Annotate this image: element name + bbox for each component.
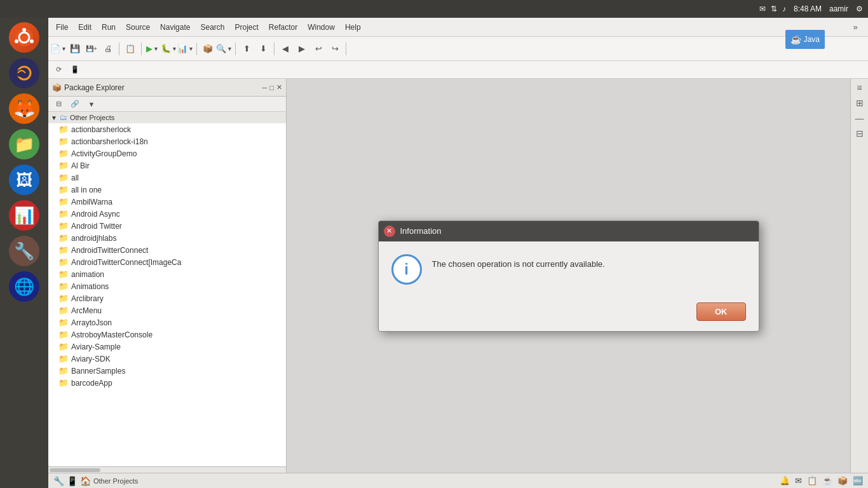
menu-search[interactable]: Search: [195, 20, 229, 34]
dock-icon-presentation[interactable]: 📊: [7, 198, 41, 233]
eclipse-window: File Edit Run Source Navigate Search Pro…: [48, 18, 868, 488]
close-panel-button[interactable]: ✕: [276, 83, 282, 92]
maximize-panel-button[interactable]: □: [269, 84, 274, 92]
next-annotation-button[interactable]: ⬇: [255, 41, 271, 57]
tree-item-label: actionbarsherlock-i18n: [71, 137, 148, 146]
coverage-button[interactable]: 📊▼: [178, 41, 193, 57]
prev-annotation-button[interactable]: ⬆: [239, 41, 254, 57]
tree-item-androidtwitterconnect[interactable]: 📁 AndroidTwitterConnect: [48, 244, 286, 256]
tree-item-actionbarsherlock-i18n[interactable]: 📁 actionbarsherlock-i18n: [48, 135, 286, 147]
dock-icon-ubuntu[interactable]: [7, 20, 41, 55]
new-java-project-button[interactable]: 📦: [200, 41, 215, 57]
properties-button[interactable]: 📋: [123, 41, 138, 57]
tree-item-label: all in one: [71, 186, 102, 194]
menu-window[interactable]: Window: [302, 20, 340, 34]
tree-item-activitygroupdemo[interactable]: 📁 ActivityGroupDemo: [48, 147, 286, 159]
perspective-badge[interactable]: ☕ Java: [785, 30, 825, 49]
tree-item-arcmenu[interactable]: 📁 ArcMenu: [48, 304, 286, 316]
save-button[interactable]: 💾: [67, 41, 83, 57]
tree-item-aviary-sample[interactable]: 📁 Aviary-Sample: [48, 341, 286, 353]
run-button[interactable]: ▶▼: [145, 41, 160, 57]
tree-item-animation[interactable]: 📁 animation: [48, 268, 286, 280]
package-explorer-content[interactable]: ▼ 🗂 Other Projects 📁 actionbarsherlock 📁…: [48, 112, 286, 466]
folder-icon: 📁: [58, 306, 69, 315]
tree-item-label: ArcMenu: [71, 306, 102, 315]
editor-area: ✕ Information i The chosen operation is …: [287, 79, 850, 473]
status-left: 🔧 📱 🏠 Other Projects: [53, 476, 775, 486]
sync-button[interactable]: ⟳: [51, 62, 66, 78]
right-panel-btn-1[interactable]: ≡: [855, 81, 863, 94]
folder-icon: 📁: [58, 281, 69, 291]
menu-source[interactable]: Source: [121, 20, 155, 34]
right-panel-btn-2[interactable]: ⊞: [855, 97, 865, 109]
dock-icon-files[interactable]: 📁: [7, 127, 41, 161]
device-button[interactable]: 📱: [67, 62, 83, 78]
dock-icon-network[interactable]: 🌐: [7, 269, 41, 304]
tree-item-aviary-sdk[interactable]: 📁 Aviary-SDK: [48, 353, 286, 365]
tree-item-androidjhlabs[interactable]: 📁 androidjhlabs: [48, 232, 286, 244]
new-file-button[interactable]: 📄▼: [51, 41, 66, 57]
dock-icon-firefox[interactable]: 🦊: [7, 92, 41, 126]
debug-button[interactable]: 🐛▼: [161, 41, 177, 57]
debug-icon: 🐛: [161, 44, 171, 53]
tree-item-albir[interactable]: 📁 Al Bir: [48, 159, 286, 172]
save-all-button[interactable]: 💾+: [84, 41, 99, 57]
nav-forward-button[interactable]: ↪: [327, 41, 342, 57]
folder-icon: 🗂: [60, 113, 67, 122]
coverage-icon: 📊: [177, 44, 187, 53]
menu-help[interactable]: Help: [340, 20, 366, 34]
folder-icon: 📁: [58, 221, 69, 231]
tree-item-arclibrary[interactable]: 📁 Arclibrary: [48, 292, 286, 304]
scrollbar-thumb[interactable]: [50, 468, 100, 472]
tree-item-label: ActivityGroupDemo: [71, 149, 137, 158]
toolbar-overflow[interactable]: »: [848, 20, 863, 35]
dialog-footer: OK: [379, 297, 759, 331]
right-panel-btn-4[interactable]: ⊟: [855, 127, 865, 140]
tree-item-all-in-one[interactable]: 📁 all in one: [48, 184, 286, 196]
folder-icon: 📁: [58, 197, 69, 207]
dialog-close-button[interactable]: ✕: [384, 226, 395, 237]
ok-button[interactable]: OK: [696, 302, 746, 321]
pkg-toolbar-dropdown[interactable]: ▼: [84, 97, 99, 112]
tree-item-android-async[interactable]: 📁 Android Async: [48, 208, 286, 220]
dock-icon-settings[interactable]: 🔧: [7, 234, 41, 268]
application-dock: 🦊 📁 🖼 📊 🔧 🌐: [0, 18, 48, 488]
tree-item-animations[interactable]: 📁 Animations: [48, 280, 286, 292]
other-projects-header[interactable]: ▼ 🗂 Other Projects: [48, 112, 286, 123]
menu-refactor[interactable]: Refactor: [264, 20, 302, 34]
java-perspective-icon: ☕: [790, 34, 801, 44]
horizontal-scrollbar[interactable]: [48, 466, 286, 473]
print-button[interactable]: 🖨: [100, 41, 116, 57]
folder-icon: 📁: [58, 342, 69, 351]
right-panel-btn-3[interactable]: —: [854, 112, 865, 125]
menu-run[interactable]: Run: [97, 20, 121, 34]
tree-item-actionbarsherlock[interactable]: 📁 actionbarsherlock: [48, 123, 286, 135]
tree-item-all[interactable]: 📁 all: [48, 172, 286, 184]
tree-item-barcodeapp[interactable]: 📁 barcodeApp: [48, 377, 286, 389]
forward-button[interactable]: ▶: [294, 41, 309, 57]
tree-item-bannersamples[interactable]: 📁 BannerSamples: [48, 365, 286, 377]
system-menu-icon[interactable]: ⚙: [856, 4, 863, 13]
status-icon-r4: ☕: [822, 476, 832, 485]
tree-item-arraytojson[interactable]: 📁 ArraytoJson: [48, 316, 286, 329]
back-button[interactable]: ◀: [278, 41, 293, 57]
dock-icon-eclipse[interactable]: [7, 56, 41, 90]
tree-item-astroboymasterconsole[interactable]: 📁 AstroboyMasterConsole: [48, 329, 286, 341]
tree-item-android-twitter[interactable]: 📁 Android Twitter: [48, 220, 286, 232]
tree-item-label: Al Bir: [71, 161, 90, 170]
dock-icon-photos[interactable]: 🖼: [7, 163, 41, 197]
collapse-all-button[interactable]: ⊟: [51, 97, 66, 112]
tree-item-androidtwitterconnect-imageca[interactable]: 📁 AndroidTwitterConnect[ImageCa: [48, 256, 286, 268]
package-explorer-toolbar: ⊟ 🔗 ▼: [48, 97, 286, 112]
menu-navigate[interactable]: Navigate: [155, 20, 195, 34]
link-with-editor-button[interactable]: 🔗: [67, 97, 83, 112]
minimize-panel-button[interactable]: ─: [262, 84, 268, 92]
modal-overlay: ✕ Information i The chosen operation is …: [287, 79, 850, 473]
menu-project[interactable]: Project: [229, 20, 263, 34]
nav-back-button[interactable]: ↩: [311, 41, 326, 57]
system-time: 8:48 AM: [794, 4, 822, 13]
tree-item-ambilwarna[interactable]: 📁 AmbilWarna: [48, 196, 286, 208]
open-type-button[interactable]: 🔍▼: [217, 41, 232, 57]
menu-edit[interactable]: Edit: [73, 20, 97, 34]
menu-file[interactable]: File: [51, 20, 73, 34]
